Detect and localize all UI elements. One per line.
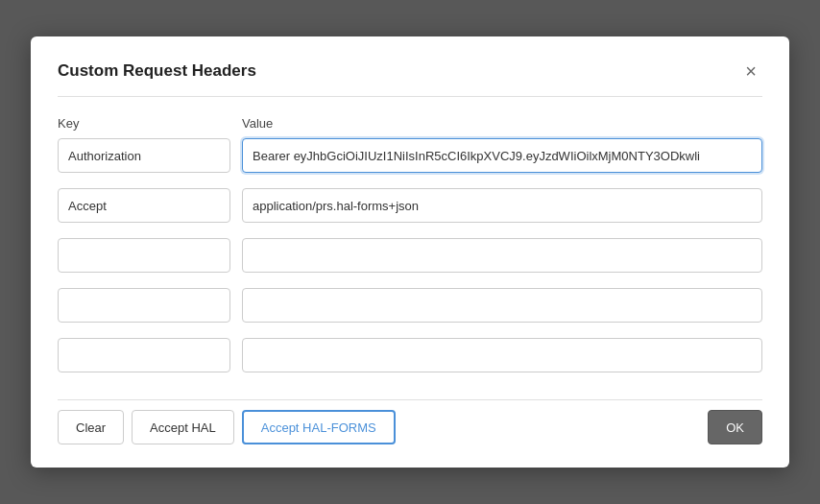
footer-left-buttons: Clear Accept HAL Accept HAL-FORMS: [58, 410, 396, 444]
header-rows: [58, 138, 762, 380]
accept-hal-forms-button[interactable]: Accept HAL-FORMS: [242, 410, 396, 444]
ok-button[interactable]: OK: [708, 410, 762, 444]
key-input-1[interactable]: [58, 138, 230, 173]
column-labels: Key Value: [58, 116, 762, 131]
key-input-5[interactable]: [58, 338, 230, 372]
accept-hal-button[interactable]: Accept HAL: [132, 410, 234, 444]
value-input-5[interactable]: [242, 338, 762, 372]
modal-dialog: Custom Request Headers × Key Value: [31, 36, 789, 468]
key-input-3[interactable]: [58, 238, 230, 273]
key-input-2[interactable]: [58, 188, 230, 223]
clear-button[interactable]: Clear: [58, 410, 124, 444]
value-input-4[interactable]: [242, 288, 762, 323]
table-row: [58, 338, 762, 372]
value-column-label: Value: [242, 116, 762, 131]
value-input-1[interactable]: [242, 138, 762, 173]
modal-footer: Clear Accept HAL Accept HAL-FORMS OK: [58, 399, 762, 444]
table-row: [58, 238, 762, 273]
value-input-2[interactable]: [242, 188, 762, 223]
key-column-label: Key: [58, 116, 230, 131]
value-input-3[interactable]: [242, 238, 762, 273]
table-row: [58, 188, 762, 223]
close-button[interactable]: ×: [739, 60, 762, 83]
modal-header: Custom Request Headers ×: [58, 60, 762, 97]
modal-title: Custom Request Headers: [58, 61, 256, 81]
key-input-4[interactable]: [58, 288, 230, 323]
table-row: [58, 288, 762, 323]
table-row: [58, 138, 762, 173]
